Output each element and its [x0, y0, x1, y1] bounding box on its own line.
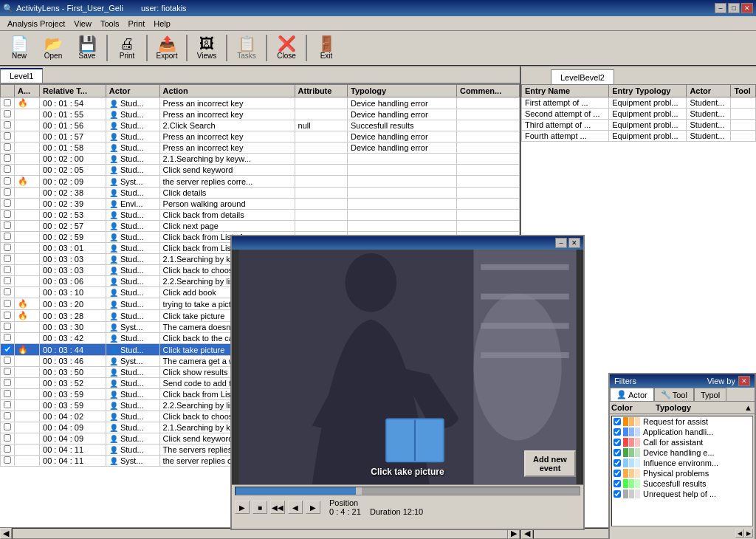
menu-print[interactable]: Print	[124, 18, 150, 30]
row-checkbox[interactable]	[1, 433, 15, 444]
row-checkbox[interactable]	[1, 97, 15, 109]
row-checkbox[interactable]	[1, 143, 15, 154]
save-button[interactable]: 💾 Save	[71, 34, 103, 62]
close-button[interactable]: ❌ Close	[270, 34, 303, 62]
row-checkbox[interactable]	[1, 378, 15, 389]
row-checkbox[interactable]	[1, 322, 15, 333]
menu-view[interactable]: View	[69, 18, 96, 30]
row-checkbox[interactable]	[1, 265, 15, 276]
row-checkbox[interactable]	[1, 154, 15, 165]
col-header-actor[interactable]: Actor	[106, 85, 159, 97]
open-button[interactable]: 📂 Open	[37, 34, 69, 62]
row-checkbox[interactable]	[1, 356, 15, 367]
prev-button[interactable]: ◀◀	[270, 501, 285, 514]
filters-tab-tool[interactable]: 🔧 Tool	[654, 388, 694, 401]
col-header-comment[interactable]: Commen...	[456, 85, 519, 97]
col-header-action[interactable]: Action	[159, 85, 295, 97]
menu-tools[interactable]: Tools	[96, 18, 124, 30]
filter-item[interactable]: Unrequest help of ...	[612, 489, 752, 499]
filters-tab-actor[interactable]: 👤 Actor	[610, 388, 654, 401]
filter-list[interactable]: Request for assist Application handli...…	[611, 416, 753, 526]
table-row[interactable]: 00 : 02 : 53 👤 Stud... Click back from d…	[1, 210, 520, 221]
filter-item[interactable]: Physical problems	[612, 468, 752, 478]
right-table-row[interactable]: First attempt of ... Equipment probl... …	[522, 97, 756, 109]
table-row[interactable]: 00 : 02 : 39 👤 Envi... Person walking ar…	[1, 199, 520, 210]
tasks-button[interactable]: 📋 Tasks	[230, 34, 263, 62]
col-header-typology[interactable]: Typology	[348, 85, 457, 97]
filter-item[interactable]: Succesfull results	[612, 478, 752, 489]
row-checkbox[interactable]	[1, 411, 15, 422]
right-table-row[interactable]: Third attempt of ... Equipment probl... …	[522, 120, 756, 131]
row-checkbox[interactable]	[1, 298, 15, 310]
filter-checkbox[interactable]	[614, 439, 621, 446]
row-checkbox[interactable]	[1, 254, 15, 265]
stop-button[interactable]: ■	[252, 501, 267, 514]
row-checkbox[interactable]	[1, 210, 15, 221]
row-checkbox[interactable]	[1, 276, 15, 287]
export-button[interactable]: 📤 Export	[151, 34, 183, 62]
col-header-time[interactable]: Relative T...	[40, 85, 106, 97]
right-table-row[interactable]: Fourth attempt ... Equipment probl... St…	[522, 131, 756, 142]
filter-checkbox[interactable]	[614, 490, 621, 498]
new-button[interactable]: 📄 New	[3, 34, 35, 62]
filter-item[interactable]: Application handli...	[612, 427, 752, 437]
table-row[interactable]: 00 : 02 : 05 👤 Stud... Click send keywor…	[1, 165, 520, 176]
row-checkbox[interactable]	[1, 131, 15, 143]
print-button[interactable]: 🖨 Print	[111, 34, 143, 62]
row-checkbox[interactable]	[1, 389, 15, 400]
video-progress-thumb[interactable]	[356, 487, 362, 495]
menu-help[interactable]: Help	[149, 18, 175, 30]
filter-scroll-down[interactable]: ▶	[744, 529, 753, 538]
table-row[interactable]: 00 : 01 : 56 👤 Stud... 2.Click Search nu…	[1, 120, 520, 131]
filter-checkbox[interactable]	[614, 428, 621, 436]
row-checkbox[interactable]	[1, 344, 15, 356]
close-window-button[interactable]: ✕	[741, 3, 753, 13]
col-header-check[interactable]	[1, 85, 15, 97]
row-checkbox[interactable]	[1, 188, 15, 199]
table-row[interactable]: 🔥 00 : 02 : 09 👤 Syst... the server repl…	[1, 176, 520, 188]
video-progress-track[interactable]	[235, 487, 580, 495]
row-checkbox[interactable]	[1, 444, 15, 456]
filter-item[interactable]: Device handling e...	[612, 447, 752, 458]
video-close-btn[interactable]: ✕	[568, 238, 580, 248]
row-checkbox[interactable]	[1, 109, 15, 120]
filter-checkbox[interactable]	[614, 480, 621, 487]
row-checkbox[interactable]	[1, 400, 15, 411]
col-header-a[interactable]: A...	[15, 85, 40, 97]
filter-scroll-up[interactable]: ◀	[735, 529, 744, 538]
right-col-actor[interactable]: Actor	[687, 85, 731, 97]
filter-checkbox[interactable]	[614, 449, 621, 456]
table-row[interactable]: 00 : 02 : 00 👤 Stud... 2.1.Searching by …	[1, 154, 520, 165]
row-checkbox[interactable]	[1, 310, 15, 322]
scroll-left-btn[interactable]: ◀	[0, 528, 12, 539]
forward-button[interactable]: ▶	[306, 501, 320, 514]
right-table-row[interactable]: Second attempt of ... Equipment probl...…	[522, 109, 756, 120]
row-checkbox[interactable]	[1, 367, 15, 378]
table-row[interactable]: 🔥 00 : 01 : 54 👤 Stud... Press an incorr…	[1, 97, 520, 109]
row-checkbox[interactable]	[1, 120, 15, 131]
table-row[interactable]: 00 : 01 : 57 👤 Stud... Press an incorrec…	[1, 131, 520, 143]
filters-tab-typol[interactable]: Typol	[694, 388, 726, 401]
rewind-button[interactable]: ◀	[288, 501, 303, 514]
row-checkbox[interactable]	[1, 287, 15, 298]
right-col-tool[interactable]: Tool	[731, 85, 756, 97]
play-button[interactable]: ▶	[235, 501, 250, 514]
row-checkbox[interactable]	[1, 165, 15, 176]
table-row[interactable]: 00 : 02 : 57 👤 Stud... Click next page	[1, 221, 520, 232]
row-checkbox[interactable]	[1, 232, 15, 243]
minimize-button[interactable]: –	[715, 3, 726, 13]
col-header-attribute[interactable]: Attribute	[295, 85, 347, 97]
tab-level2[interactable]: LevelBevel2	[551, 69, 614, 84]
filter-checkbox[interactable]	[614, 459, 621, 467]
tab-level1[interactable]: Level1	[0, 68, 43, 83]
right-col-name[interactable]: Entry Name	[522, 85, 609, 97]
row-checkbox[interactable]	[1, 333, 15, 344]
table-row[interactable]: 00 : 01 : 58 👤 Stud... Press an incorrec…	[1, 143, 520, 154]
menu-analysis-project[interactable]: Analysis Project	[3, 18, 69, 30]
table-row[interactable]: 00 : 02 : 38 👤 Stud... Click details	[1, 188, 520, 199]
video-min-btn[interactable]: –	[555, 238, 567, 248]
row-checkbox[interactable]	[1, 176, 15, 188]
filter-item[interactable]: Influence environm...	[612, 458, 752, 468]
filter-item[interactable]: Call for assistant	[612, 437, 752, 447]
filter-checkbox[interactable]	[614, 470, 621, 477]
